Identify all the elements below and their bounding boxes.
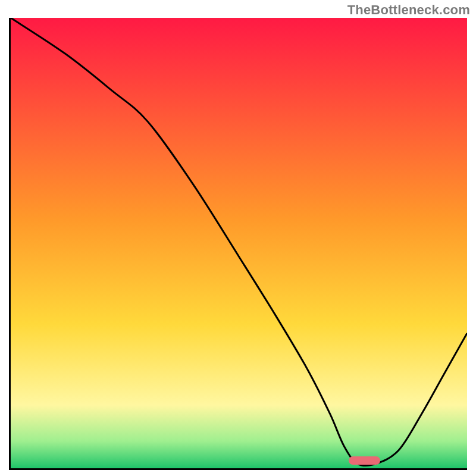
watermark-text: TheBottleneck.com — [347, 2, 470, 18]
chart-svg — [11, 18, 467, 468]
plot-area — [9, 18, 467, 470]
chart-frame: TheBottleneck.com — [0, 0, 476, 476]
gradient-fill — [11, 18, 467, 468]
optimal-marker — [349, 456, 381, 465]
